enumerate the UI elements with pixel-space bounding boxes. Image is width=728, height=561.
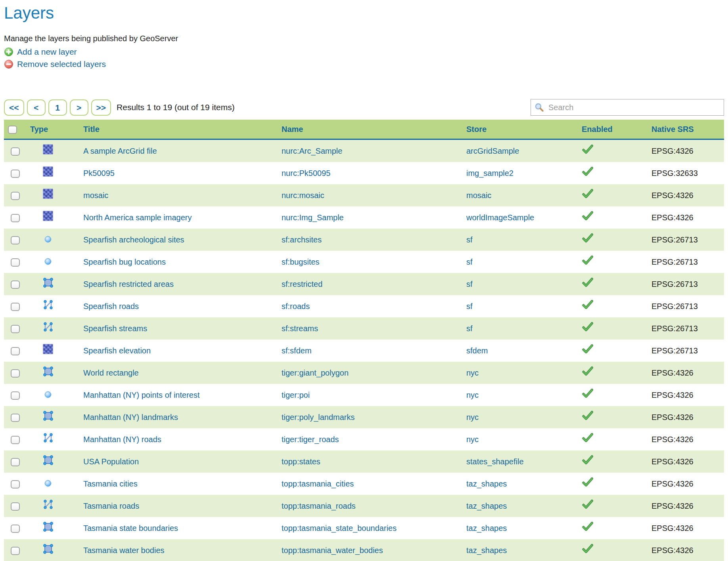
col-header-type[interactable]: Type: [26, 120, 70, 139]
select-all-checkbox[interactable]: [8, 126, 17, 134]
layer-title-link[interactable]: USA Population: [83, 457, 139, 466]
layer-title-link[interactable]: mosaic: [83, 191, 108, 200]
layer-name-link[interactable]: topp:tasmania_water_bodies: [282, 546, 383, 555]
layer-name-link[interactable]: sf:bugsites: [282, 258, 320, 266]
layer-title-link[interactable]: Tasmania water bodies: [83, 546, 165, 555]
layer-title-link[interactable]: Pk50095: [83, 169, 115, 177]
row-select-checkbox[interactable]: [11, 170, 20, 178]
row-select-checkbox[interactable]: [11, 414, 20, 422]
native-srs-value: EPSG:26713: [651, 258, 698, 266]
enabled-check-icon: [582, 189, 594, 199]
pager-prev-button[interactable]: <: [27, 99, 46, 116]
layer-title-link[interactable]: Spearfish streams: [83, 324, 147, 333]
layer-name-link[interactable]: tiger:giant_polygon: [282, 368, 349, 377]
layer-title-link[interactable]: Manhattan (NY) points of interest: [83, 391, 199, 399]
layer-name-link[interactable]: tiger:poly_landmarks: [282, 413, 355, 422]
row-select-checkbox[interactable]: [11, 369, 20, 378]
layer-name-link[interactable]: sf:roads: [282, 302, 310, 311]
row-select-checkbox[interactable]: [11, 147, 20, 156]
native-srs-value: EPSG:4326: [651, 413, 694, 422]
layer-name-link[interactable]: sf:sfdem: [282, 346, 312, 355]
row-select-checkbox[interactable]: [11, 325, 20, 333]
layer-name-link[interactable]: sf:streams: [282, 324, 318, 333]
layer-store-link[interactable]: taz_shapes: [466, 524, 507, 532]
layer-store-link[interactable]: sf: [466, 235, 473, 244]
layer-store-link[interactable]: nyc: [466, 391, 479, 399]
layer-title-link[interactable]: Spearfish roads: [83, 302, 139, 311]
row-select-checkbox[interactable]: [11, 347, 20, 355]
layer-name-link[interactable]: topp:states: [282, 457, 320, 466]
col-header-title[interactable]: Title: [70, 120, 278, 139]
pager-next-button[interactable]: >: [70, 99, 88, 116]
search-box[interactable]: [531, 99, 724, 116]
layer-name-link[interactable]: tiger:tiger_roads: [282, 435, 339, 444]
layer-title-link[interactable]: Tasmania roads: [83, 502, 139, 510]
row-select-checkbox[interactable]: [11, 192, 20, 200]
layer-store-link[interactable]: nyc: [466, 435, 479, 444]
row-select-checkbox[interactable]: [11, 258, 20, 267]
layer-store-link[interactable]: mosaic: [466, 191, 491, 200]
row-select-checkbox[interactable]: [11, 214, 20, 222]
layer-title-link[interactable]: Tasmania state boundaries: [83, 524, 178, 532]
col-header-name[interactable]: Name: [278, 120, 462, 139]
row-select-checkbox[interactable]: [11, 458, 20, 466]
table-row: Manhattan (NY) roads tiger:tiger_roads n…: [4, 428, 724, 450]
native-srs-value: EPSG:4326: [651, 391, 694, 399]
layer-name-link[interactable]: topp:tasmania_roads: [282, 502, 356, 510]
layer-title-link[interactable]: Manhattan (NY) landmarks: [83, 413, 178, 422]
row-select-checkbox[interactable]: [11, 236, 20, 244]
layer-title-link[interactable]: Tasmania cities: [83, 479, 138, 488]
layer-store-link[interactable]: img_sample2: [466, 169, 513, 177]
layer-name-link[interactable]: sf:archsites: [282, 235, 322, 244]
row-select-checkbox[interactable]: [11, 391, 20, 400]
layer-title-link[interactable]: Manhattan (NY) roads: [83, 435, 161, 444]
row-select-checkbox[interactable]: [11, 502, 20, 511]
layer-store-link[interactable]: taz_shapes: [466, 546, 507, 555]
col-header-enabled[interactable]: Enabled: [577, 120, 648, 139]
layer-store-link[interactable]: sf: [466, 302, 473, 311]
pager-last-button[interactable]: >>: [91, 99, 111, 116]
layer-title-link[interactable]: North America sample imagery: [83, 213, 192, 222]
table-row: Manhattan (NY) landmarks tiger:poly_land…: [4, 406, 724, 428]
layer-title-link[interactable]: World rectangle: [83, 368, 139, 377]
remove-layers-link[interactable]: Remove selected layers: [17, 59, 106, 69]
layer-title-link[interactable]: Spearfish bug locations: [83, 258, 166, 266]
layer-title-link[interactable]: Spearfish archeological sites: [83, 235, 184, 244]
pager-page-button[interactable]: 1: [48, 99, 67, 116]
layer-title-link[interactable]: Spearfish restricted areas: [83, 280, 174, 288]
layer-store-link[interactable]: nyc: [466, 413, 479, 422]
layer-store-link[interactable]: sf: [466, 258, 473, 266]
layer-name-link[interactable]: nurc:mosaic: [282, 191, 324, 200]
row-select-checkbox[interactable]: [11, 480, 20, 488]
layer-store-link[interactable]: sfdem: [466, 346, 488, 355]
layer-store-link[interactable]: sf: [466, 324, 473, 333]
layer-store-link[interactable]: states_shapefile: [466, 457, 524, 466]
col-header-srs[interactable]: Native SRS: [648, 120, 724, 139]
add-layer-link[interactable]: Add a new layer: [17, 47, 77, 57]
table-row: Spearfish restricted areas sf:restricted…: [4, 273, 724, 295]
layer-name-link[interactable]: nurc:Arc_Sample: [282, 147, 342, 155]
layer-store-link[interactable]: taz_shapes: [466, 502, 507, 510]
pager-first-button[interactable]: <<: [4, 99, 24, 116]
layer-store-link[interactable]: nyc: [466, 368, 479, 377]
native-srs-value: EPSG:4326: [651, 546, 694, 555]
layer-title-link[interactable]: A sample ArcGrid file: [83, 147, 157, 155]
layer-store-link[interactable]: taz_shapes: [466, 479, 507, 488]
layer-store-link[interactable]: sf: [466, 280, 473, 288]
row-select-checkbox[interactable]: [11, 547, 20, 555]
layer-name-link[interactable]: nurc:Pk50095: [282, 169, 330, 177]
layer-name-link[interactable]: sf:restricted: [282, 280, 322, 288]
layer-name-link[interactable]: tiger:poi: [282, 391, 310, 399]
row-select-checkbox[interactable]: [11, 303, 20, 311]
row-select-checkbox[interactable]: [11, 280, 20, 289]
layer-name-link[interactable]: topp:tasmania_cities: [282, 479, 354, 488]
layer-store-link[interactable]: worldImageSample: [466, 213, 534, 222]
row-select-checkbox[interactable]: [11, 525, 20, 533]
row-select-checkbox[interactable]: [11, 436, 20, 444]
layer-name-link[interactable]: nurc:Img_Sample: [282, 213, 344, 222]
layer-store-link[interactable]: arcGridSample: [466, 147, 519, 155]
layer-name-link[interactable]: topp:tasmania_state_boundaries: [282, 524, 397, 532]
col-header-store[interactable]: Store: [462, 120, 577, 139]
search-input[interactable]: [548, 103, 720, 113]
layer-title-link[interactable]: Spearfish elevation: [83, 346, 151, 355]
